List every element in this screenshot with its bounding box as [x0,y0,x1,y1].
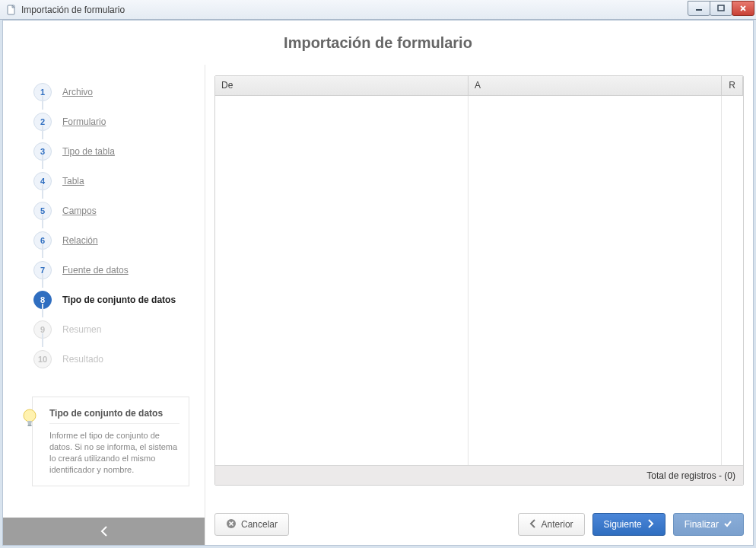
wizard-step-3[interactable]: 3Tipo de tabla [33,136,205,166]
wizard-step-1[interactable]: 1Archivo [33,77,205,107]
column-header-de[interactable]: De [215,76,469,95]
step-label: Tipo de conjunto de datos [62,295,176,305]
main-panel: De A R Total de registros - (0) [205,65,753,545]
dialog-header: Importación de formulario [3,21,753,65]
step-label: Archivo [62,87,93,97]
minimize-button[interactable] [688,1,710,16]
chevron-left-icon [529,519,537,530]
cancel-icon [226,518,237,531]
table-header: De A R [215,76,743,96]
bulb-icon [21,408,38,433]
step-label: Formulario [62,116,106,127]
wizard-sidebar: 1Archivo2Formulario3Tipo de tabla4Tabla5… [3,65,205,545]
step-label: Tipo de tabla [62,146,115,157]
wizard-buttons: Cancelar Anterior Siguiente Finalizar [214,513,744,536]
wizard-step-5[interactable]: 5Campos [33,196,205,225]
step-label: Relación [62,235,98,246]
record-count: Total de registros - (0) [646,470,735,481]
mapping-table: De A R Total de registros - (0) [214,75,744,486]
step-number: 10 [33,350,52,368]
next-button[interactable]: Siguiente [592,513,665,536]
column-header-a[interactable]: A [469,76,722,95]
hint-body: Informe el tipo de conjunto de datos. Si… [49,430,179,475]
wizard-step-7[interactable]: 7Fuente de datos [33,255,205,285]
wizard-step-2[interactable]: 2Formulario [33,107,205,136]
maximize-button[interactable] [710,1,732,16]
wizard-step-10: 10Resultado [33,344,205,374]
check-icon [723,519,732,530]
document-icon [6,5,17,15]
wizard-step-6[interactable]: 6Relación [33,225,205,255]
wizard-step-9: 9Resumen [33,314,205,344]
step-label: Tabla [62,176,84,186]
finish-button[interactable]: Finalizar [673,513,744,536]
previous-label: Anterior [542,519,573,530]
table-body [215,96,743,465]
next-label: Siguiente [604,519,642,530]
collapse-sidebar-button[interactable] [3,518,205,545]
window-titlebar: Importación de formulario [0,0,756,20]
step-label: Resumen [62,324,101,335]
finish-label: Finalizar [685,519,719,530]
svg-point-3 [24,409,36,422]
chevron-right-icon [646,519,654,530]
cancel-button[interactable]: Cancelar [214,513,289,536]
column-header-r[interactable]: R [722,76,743,95]
page-title: Importación de formulario [284,34,472,52]
svg-rect-2 [718,5,724,11]
wizard-step-8[interactable]: 8Tipo de conjunto de datos [33,285,205,314]
hint-box: Tipo de conjunto de datos Informe el tip… [32,397,189,486]
window-controls [688,1,754,16]
dialog-body: Importación de formulario 1Archivo2Formu… [2,20,754,546]
cancel-label: Cancelar [241,519,278,530]
window-title: Importación de formulario [21,5,125,15]
previous-button[interactable]: Anterior [518,513,585,536]
step-label: Fuente de datos [62,265,129,276]
hint-title: Tipo de conjunto de datos [49,408,179,424]
wizard-step-4[interactable]: 4Tabla [33,166,205,196]
close-button[interactable] [732,1,754,16]
table-footer: Total de registros - (0) [215,465,743,485]
step-label: Campos [62,206,97,216]
svg-rect-4 [28,425,32,426]
step-label: Resultado [62,354,103,365]
